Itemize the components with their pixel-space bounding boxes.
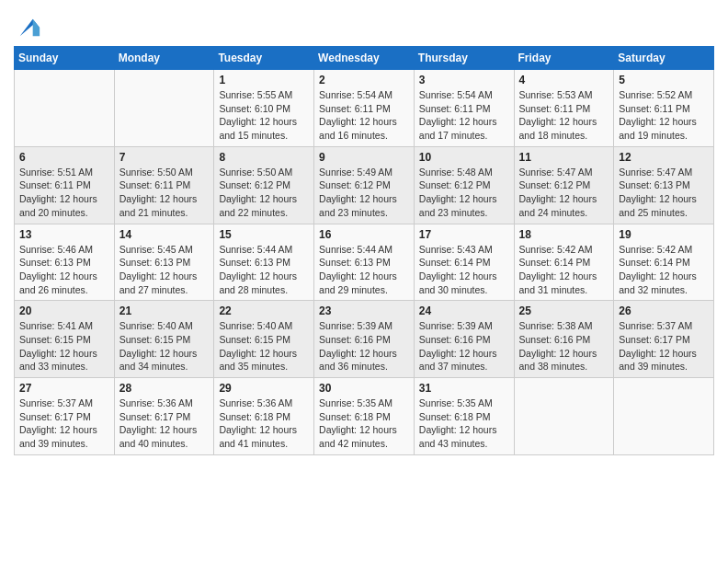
calendar-cell: 18Sunrise: 5:42 AM Sunset: 6:14 PM Dayli…	[514, 224, 614, 301]
day-number: 21	[119, 304, 210, 317]
weekday-header-wednesday: Wednesday	[314, 47, 415, 70]
calendar-cell: 4Sunrise: 5:53 AM Sunset: 6:11 PM Daylig…	[514, 70, 614, 147]
calendar-cell: 17Sunrise: 5:43 AM Sunset: 6:14 PM Dayli…	[414, 224, 514, 301]
day-number: 14	[119, 228, 210, 241]
day-info: Sunrise: 5:40 AM Sunset: 6:15 PM Dayligh…	[119, 319, 210, 373]
day-info: Sunrise: 5:44 AM Sunset: 6:13 PM Dayligh…	[219, 243, 309, 297]
calendar-cell: 27Sunrise: 5:37 AM Sunset: 6:17 PM Dayli…	[15, 378, 115, 455]
day-info: Sunrise: 5:48 AM Sunset: 6:12 PM Dayligh…	[419, 166, 509, 220]
calendar-cell: 23Sunrise: 5:39 AM Sunset: 6:16 PM Dayli…	[314, 301, 415, 378]
day-info: Sunrise: 5:54 AM Sunset: 6:11 PM Dayligh…	[419, 88, 509, 143]
day-info: Sunrise: 5:39 AM Sunset: 6:16 PM Dayligh…	[419, 319, 509, 373]
logo-icon	[16, 15, 41, 40]
day-info: Sunrise: 5:44 AM Sunset: 6:13 PM Dayligh…	[319, 243, 409, 297]
day-number: 1	[219, 74, 309, 86]
calendar-cell	[514, 378, 614, 455]
weekday-header-friday: Friday	[514, 47, 614, 70]
day-info: Sunrise: 5:55 AM Sunset: 6:10 PM Dayligh…	[219, 88, 309, 143]
calendar-cell: 21Sunrise: 5:40 AM Sunset: 6:15 PM Dayli…	[114, 301, 214, 378]
page-header	[14, 9, 714, 40]
day-number: 23	[319, 304, 409, 317]
day-number: 13	[19, 228, 109, 241]
calendar-cell: 15Sunrise: 5:44 AM Sunset: 6:13 PM Dayli…	[214, 224, 314, 301]
calendar-cell: 16Sunrise: 5:44 AM Sunset: 6:13 PM Dayli…	[314, 224, 415, 301]
calendar-cell: 31Sunrise: 5:35 AM Sunset: 6:18 PM Dayli…	[414, 378, 514, 455]
day-info: Sunrise: 5:36 AM Sunset: 6:18 PM Dayligh…	[219, 396, 309, 451]
calendar-cell: 2Sunrise: 5:54 AM Sunset: 6:11 PM Daylig…	[314, 70, 415, 147]
day-info: Sunrise: 5:37 AM Sunset: 6:17 PM Dayligh…	[19, 396, 109, 451]
calendar-cell: 19Sunrise: 5:42 AM Sunset: 6:14 PM Dayli…	[614, 224, 714, 301]
day-info: Sunrise: 5:54 AM Sunset: 6:11 PM Dayligh…	[319, 88, 409, 143]
calendar-cell: 3Sunrise: 5:54 AM Sunset: 6:11 PM Daylig…	[414, 70, 514, 147]
day-info: Sunrise: 5:36 AM Sunset: 6:17 PM Dayligh…	[119, 396, 210, 451]
calendar-week-row: 20Sunrise: 5:41 AM Sunset: 6:15 PM Dayli…	[15, 301, 714, 378]
day-info: Sunrise: 5:47 AM Sunset: 6:12 PM Dayligh…	[519, 166, 609, 220]
calendar-week-row: 13Sunrise: 5:46 AM Sunset: 6:13 PM Dayli…	[15, 224, 714, 301]
calendar-week-row: 1Sunrise: 5:55 AM Sunset: 6:10 PM Daylig…	[15, 70, 714, 147]
calendar-cell: 7Sunrise: 5:50 AM Sunset: 6:11 PM Daylig…	[114, 146, 214, 224]
day-number: 31	[419, 382, 509, 395]
day-number: 30	[319, 382, 409, 395]
day-number: 27	[19, 382, 109, 395]
day-number: 9	[319, 151, 409, 164]
calendar-cell: 12Sunrise: 5:47 AM Sunset: 6:13 PM Dayli…	[614, 146, 714, 224]
day-info: Sunrise: 5:53 AM Sunset: 6:11 PM Dayligh…	[519, 88, 609, 143]
calendar-cell: 10Sunrise: 5:48 AM Sunset: 6:12 PM Dayli…	[414, 146, 514, 224]
calendar-cell: 28Sunrise: 5:36 AM Sunset: 6:17 PM Dayli…	[114, 378, 214, 455]
logo	[14, 13, 41, 40]
day-info: Sunrise: 5:49 AM Sunset: 6:12 PM Dayligh…	[319, 166, 409, 220]
day-number: 19	[619, 228, 709, 241]
calendar-cell: 25Sunrise: 5:38 AM Sunset: 6:16 PM Dayli…	[514, 301, 614, 378]
day-number: 26	[619, 304, 709, 317]
calendar-week-row: 27Sunrise: 5:37 AM Sunset: 6:17 PM Dayli…	[15, 378, 714, 455]
calendar-cell	[614, 378, 714, 455]
day-number: 10	[419, 151, 509, 164]
day-number: 17	[419, 228, 509, 241]
day-info: Sunrise: 5:40 AM Sunset: 6:15 PM Dayligh…	[219, 319, 309, 373]
day-info: Sunrise: 5:35 AM Sunset: 6:18 PM Dayligh…	[419, 396, 509, 451]
day-number: 20	[19, 304, 109, 317]
calendar-cell: 26Sunrise: 5:37 AM Sunset: 6:17 PM Dayli…	[614, 301, 714, 378]
day-number: 4	[519, 74, 609, 86]
day-number: 29	[219, 382, 309, 395]
day-number: 7	[119, 151, 210, 164]
calendar-cell: 6Sunrise: 5:51 AM Sunset: 6:11 PM Daylig…	[15, 146, 115, 224]
weekday-header-saturday: Saturday	[614, 47, 714, 70]
weekday-header-thursday: Thursday	[414, 47, 514, 70]
day-info: Sunrise: 5:51 AM Sunset: 6:11 PM Dayligh…	[19, 166, 109, 220]
calendar-week-row: 6Sunrise: 5:51 AM Sunset: 6:11 PM Daylig…	[15, 146, 714, 224]
weekday-header-row: SundayMondayTuesdayWednesdayThursdayFrid…	[15, 47, 714, 70]
day-number: 16	[319, 228, 409, 241]
calendar-cell: 11Sunrise: 5:47 AM Sunset: 6:12 PM Dayli…	[514, 146, 614, 224]
calendar-cell: 9Sunrise: 5:49 AM Sunset: 6:12 PM Daylig…	[314, 146, 415, 224]
calendar-cell: 30Sunrise: 5:35 AM Sunset: 6:18 PM Dayli…	[314, 378, 415, 455]
calendar-cell: 8Sunrise: 5:50 AM Sunset: 6:12 PM Daylig…	[214, 146, 314, 224]
day-number: 18	[519, 228, 609, 241]
day-info: Sunrise: 5:45 AM Sunset: 6:13 PM Dayligh…	[119, 243, 210, 297]
day-info: Sunrise: 5:52 AM Sunset: 6:11 PM Dayligh…	[619, 88, 709, 143]
calendar-table: SundayMondayTuesdayWednesdayThursdayFrid…	[14, 46, 714, 455]
day-number: 22	[219, 304, 309, 317]
day-info: Sunrise: 5:43 AM Sunset: 6:14 PM Dayligh…	[419, 243, 509, 297]
day-info: Sunrise: 5:38 AM Sunset: 6:16 PM Dayligh…	[519, 319, 609, 373]
calendar-cell: 14Sunrise: 5:45 AM Sunset: 6:13 PM Dayli…	[114, 224, 214, 301]
day-info: Sunrise: 5:50 AM Sunset: 6:11 PM Dayligh…	[119, 166, 210, 220]
calendar-cell: 1Sunrise: 5:55 AM Sunset: 6:10 PM Daylig…	[214, 70, 314, 147]
day-info: Sunrise: 5:39 AM Sunset: 6:16 PM Dayligh…	[319, 319, 409, 373]
calendar-cell: 29Sunrise: 5:36 AM Sunset: 6:18 PM Dayli…	[214, 378, 314, 455]
day-number: 24	[419, 304, 509, 317]
day-info: Sunrise: 5:35 AM Sunset: 6:18 PM Dayligh…	[319, 396, 409, 451]
day-info: Sunrise: 5:50 AM Sunset: 6:12 PM Dayligh…	[219, 166, 309, 220]
day-info: Sunrise: 5:46 AM Sunset: 6:13 PM Dayligh…	[19, 243, 109, 297]
calendar-cell: 20Sunrise: 5:41 AM Sunset: 6:15 PM Dayli…	[15, 301, 115, 378]
weekday-header-sunday: Sunday	[15, 47, 115, 70]
day-info: Sunrise: 5:42 AM Sunset: 6:14 PM Dayligh…	[519, 243, 609, 297]
calendar-cell: 24Sunrise: 5:39 AM Sunset: 6:16 PM Dayli…	[414, 301, 514, 378]
day-info: Sunrise: 5:47 AM Sunset: 6:13 PM Dayligh…	[619, 166, 709, 220]
calendar-cell: 5Sunrise: 5:52 AM Sunset: 6:11 PM Daylig…	[614, 70, 714, 147]
day-number: 2	[319, 74, 409, 86]
day-info: Sunrise: 5:37 AM Sunset: 6:17 PM Dayligh…	[619, 319, 709, 373]
calendar-cell	[114, 70, 214, 147]
weekday-header-monday: Monday	[114, 47, 214, 70]
day-number: 3	[419, 74, 509, 86]
